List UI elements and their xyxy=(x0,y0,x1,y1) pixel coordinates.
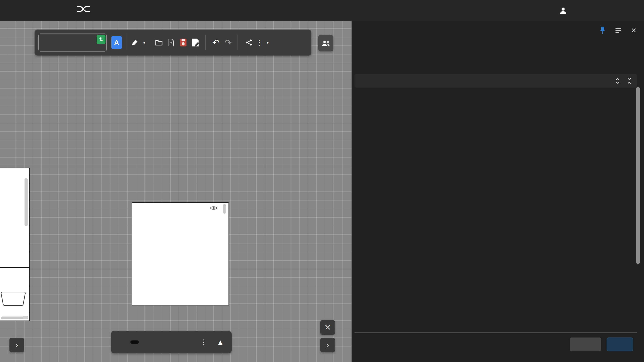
user-icon[interactable] xyxy=(559,6,567,15)
draw-tool-caret[interactable]: ▾ xyxy=(141,35,148,50)
connector-scrollbar-corner xyxy=(23,316,28,319)
share-button[interactable] xyxy=(243,35,255,50)
toolbar-divider xyxy=(205,35,206,50)
redo-button[interactable]: ↷ xyxy=(222,35,234,50)
text-annotation-button[interactable]: A xyxy=(111,36,122,49)
bulk-editor-panel: ✕ xyxy=(352,21,644,362)
wire-table-title xyxy=(132,203,228,204)
close-panel-icon[interactable]: ✕ xyxy=(631,26,636,34)
cancel-button[interactable] xyxy=(570,338,601,351)
close-panel-button[interactable]: ✕ xyxy=(320,320,335,335)
bundle-count-bar xyxy=(354,74,637,88)
brand-logo[interactable] xyxy=(77,4,94,13)
more-menu-button[interactable]: ⋮ xyxy=(255,35,264,50)
pending-wire-menu-icon[interactable]: ⋮ xyxy=(200,338,207,346)
collaborators-button[interactable] xyxy=(318,35,333,51)
connector-scrollbar-horizontal[interactable] xyxy=(1,317,24,319)
bulk-editor-subtabs xyxy=(352,50,644,64)
canvas-toolbar: ⇅ A ▾ ↶ ↷ ⋮ ▾ xyxy=(34,29,311,55)
footer-divider xyxy=(354,332,637,333)
save-as-button[interactable] xyxy=(189,35,202,50)
new-file-button[interactable] xyxy=(165,35,177,50)
expand-right-panel-button[interactable]: › xyxy=(320,338,335,352)
dsub-face-icon xyxy=(1,290,26,307)
panel-list-icon[interactable] xyxy=(615,28,622,33)
pending-wire-value[interactable] xyxy=(130,341,139,344)
sync-badge-icon[interactable]: ⇅ xyxy=(97,35,106,44)
pin-panel-icon[interactable] xyxy=(599,26,606,34)
panel-footer xyxy=(570,338,633,351)
wire-table-header xyxy=(132,203,228,218)
toolbar-divider xyxy=(238,35,238,50)
expand-all-icon[interactable] xyxy=(615,78,620,84)
pending-wire-collapse-icon[interactable]: ▲ xyxy=(218,339,222,345)
wire-table-scrollbar[interactable] xyxy=(223,204,226,214)
panel-scrollbar[interactable] xyxy=(636,87,640,264)
connector-scrollbar-vertical[interactable] xyxy=(24,178,28,226)
undo-button[interactable]: ↶ xyxy=(210,35,222,50)
splice-logo-icon xyxy=(77,4,90,13)
toolbar-divider xyxy=(126,35,126,50)
wires-layer xyxy=(0,21,352,362)
connector-title-block xyxy=(0,168,29,199)
panel-tab-bar: ✕ xyxy=(352,23,644,37)
save-button[interactable] xyxy=(177,35,189,50)
wire-table-card[interactable] xyxy=(132,202,229,306)
nav-items xyxy=(559,0,567,21)
more-menu-caret[interactable]: ▾ xyxy=(264,35,272,50)
collapse-all-icon[interactable] xyxy=(626,78,632,84)
save-button[interactable] xyxy=(607,338,633,351)
expand-left-panel-button[interactable]: › xyxy=(10,338,24,352)
draw-tool-button[interactable] xyxy=(128,35,141,50)
pending-wire-bar: ⋮ ▲ xyxy=(111,331,232,353)
open-project-button[interactable] xyxy=(153,35,165,50)
connector-footer xyxy=(0,267,29,321)
visibility-eye-icon[interactable] xyxy=(210,205,217,211)
schematic-canvas[interactable]: ⇅ A ▾ ↶ ↷ ⋮ ▾ xyxy=(0,21,352,362)
connector-card-left[interactable] xyxy=(0,168,30,321)
top-navbar xyxy=(0,0,644,21)
